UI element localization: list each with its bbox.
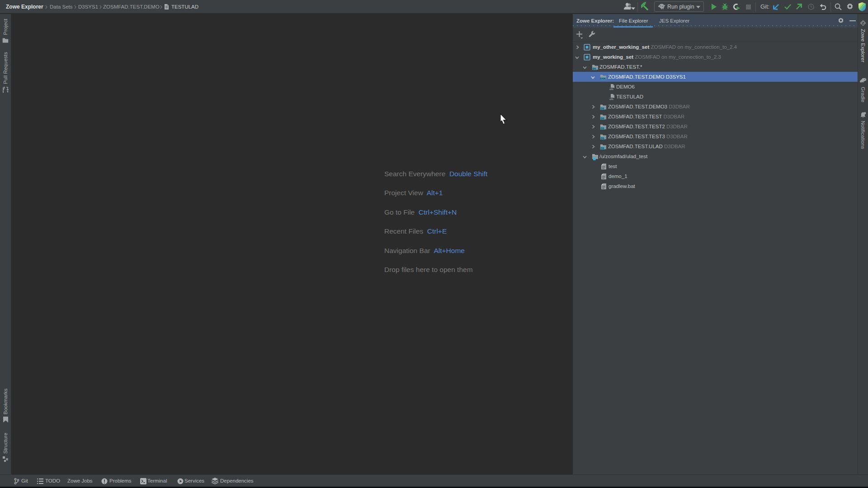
svg-text:MEM: MEM [609,88,614,90]
svg-text:DS: DS [601,137,604,140]
svg-text:Z: Z [862,21,864,25]
svg-text:MEM: MEM [609,98,614,100]
svg-text:DS: DS [593,67,596,70]
svg-text:DS: DS [601,127,604,130]
svg-text:DSN: DSN [600,77,606,80]
svg-text:DS: DS [601,107,604,110]
svg-text:DS: DS [601,117,604,120]
svg-text:DS: DS [601,147,604,150]
